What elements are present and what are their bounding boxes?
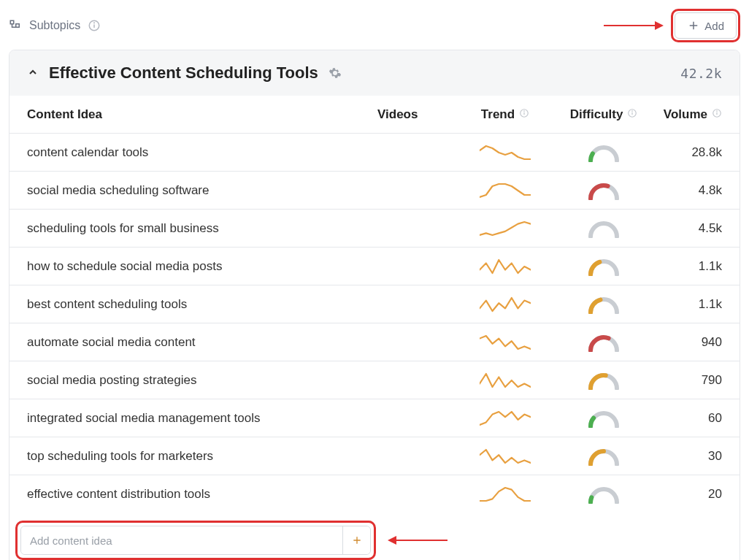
table-row[interactable]: best content scheduling tools 1.1k — [9, 285, 740, 323]
add-button-area: Add — [604, 9, 740, 42]
gear-icon[interactable] — [329, 66, 342, 80]
cell-trend — [458, 296, 553, 313]
subtopic-panel: Effective Content Scheduling Tools 42.2k… — [9, 50, 740, 560]
table-row[interactable]: integrated social media management tools… — [9, 399, 740, 437]
cell-difficulty — [553, 219, 655, 238]
svg-point-15 — [717, 110, 718, 111]
cell-content-idea: automate social media content — [27, 335, 377, 350]
cell-volume: 4.8k — [655, 183, 722, 198]
topbar: Subtopics Add — [9, 9, 740, 42]
cell-trend — [458, 372, 553, 389]
cell-difficulty — [553, 295, 655, 314]
cell-trend — [458, 144, 553, 161]
table-row[interactable]: how to schedule social media posts 1.1k — [9, 248, 740, 285]
add-button-label: Add — [704, 20, 724, 32]
svg-point-4 — [94, 23, 95, 23]
cell-difficulty — [553, 371, 655, 390]
panel-total-volume: 42.2k — [680, 66, 722, 81]
add-content-row — [9, 513, 740, 560]
section-label: Subtopics — [29, 19, 80, 32]
cell-trend — [458, 182, 553, 199]
table-row[interactable]: content calendar tools 28.8k — [9, 134, 740, 172]
svg-rect-1 — [16, 24, 20, 28]
cell-trend — [458, 334, 553, 351]
cell-volume: 20 — [655, 487, 722, 502]
annotation-arrow — [604, 25, 662, 26]
annotation-highlight: Add — [671, 9, 740, 42]
section-heading: Subtopics — [9, 19, 101, 32]
table-row[interactable]: effective content distribution tools 20 — [9, 475, 740, 513]
chevron-up-icon[interactable] — [27, 66, 39, 80]
cell-trend — [458, 486, 553, 503]
cell-content-idea: scheduling tools for small business — [27, 221, 377, 236]
cell-content-idea: content calendar tools — [27, 145, 377, 160]
annotation-arrow — [389, 540, 448, 541]
annotation-highlight — [15, 521, 376, 560]
cell-difficulty — [553, 409, 655, 428]
add-content-box — [20, 526, 371, 555]
col-trend: Trend — [458, 107, 553, 122]
cell-difficulty — [553, 257, 655, 276]
cell-trend — [458, 258, 553, 275]
col-volume: Volume — [655, 107, 722, 122]
info-icon[interactable] — [88, 19, 101, 32]
cell-content-idea: best content scheduling tools — [27, 297, 377, 312]
cell-trend — [458, 220, 553, 237]
subtopics-icon — [9, 19, 22, 32]
cell-content-idea: effective content distribution tools — [27, 487, 377, 502]
col-videos: Videos — [377, 107, 458, 122]
cell-content-idea: how to schedule social media posts — [27, 259, 377, 274]
cell-volume: 940 — [655, 335, 722, 350]
table-body: content calendar tools 28.8k social medi… — [9, 134, 740, 513]
cell-content-idea: top scheduling tools for marketers — [27, 449, 377, 464]
info-icon[interactable] — [712, 107, 722, 122]
info-icon[interactable] — [519, 107, 529, 122]
table-row[interactable]: social media posting strategies 790 — [9, 361, 740, 399]
cell-volume: 30 — [655, 449, 722, 464]
cell-trend — [458, 410, 553, 427]
cell-trend — [458, 448, 553, 465]
table-row[interactable]: automate social media content 940 — [9, 323, 740, 361]
cell-difficulty — [553, 447, 655, 466]
cell-volume: 28.8k — [655, 145, 722, 160]
cell-volume: 1.1k — [655, 297, 722, 312]
cell-volume: 790 — [655, 373, 722, 388]
cell-content-idea: integrated social media management tools — [27, 411, 377, 426]
col-difficulty: Difficulty — [553, 107, 655, 122]
svg-point-12 — [632, 110, 633, 111]
cell-volume: 4.5k — [655, 221, 722, 236]
cell-volume: 1.1k — [655, 259, 722, 274]
cell-content-idea: social media posting strategies — [27, 373, 377, 388]
plus-icon — [687, 19, 700, 32]
cell-content-idea: social media scheduling software — [27, 183, 377, 198]
cell-difficulty — [553, 333, 655, 352]
panel-header: Effective Content Scheduling Tools 42.2k — [9, 50, 740, 96]
table-header: Content Idea Videos Trend Difficulty Vol… — [9, 96, 740, 134]
add-button[interactable]: Add — [675, 12, 737, 39]
cell-difficulty — [553, 181, 655, 200]
panel-title: Effective Content Scheduling Tools — [49, 64, 318, 83]
table-row[interactable]: scheduling tools for small business 4.5k — [9, 210, 740, 248]
svg-point-9 — [524, 110, 525, 111]
cell-difficulty — [553, 485, 655, 504]
add-content-input[interactable] — [21, 526, 342, 554]
table-row[interactable]: top scheduling tools for marketers 30 — [9, 437, 740, 475]
cell-volume: 60 — [655, 411, 722, 426]
add-content-plus-button[interactable] — [342, 526, 370, 554]
table-row[interactable]: social media scheduling software 4.8k — [9, 172, 740, 210]
col-content-idea: Content Idea — [27, 107, 377, 122]
svg-rect-0 — [10, 20, 14, 24]
info-icon[interactable] — [627, 107, 637, 122]
cell-difficulty — [553, 143, 655, 162]
